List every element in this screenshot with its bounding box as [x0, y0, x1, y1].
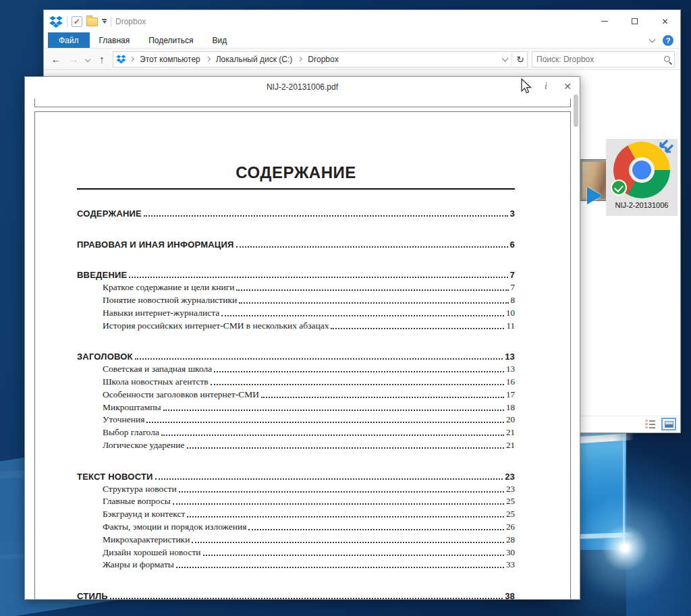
toc-entry-label: Факты, эмоции и порядок изложения — [103, 522, 246, 532]
breadcrumb-local-disk[interactable]: Локальный диск (C:) — [214, 55, 295, 64]
maximize-button[interactable] — [619, 10, 650, 32]
minimize-button[interactable] — [589, 10, 619, 32]
separator — [111, 16, 111, 27]
address-dropdown-icon[interactable] — [502, 55, 509, 61]
address-bar[interactable]: Этот компьютер Локальный диск (C:) Dropb… — [113, 51, 528, 67]
toc-entry-row: Логическое ударение21 — [77, 438, 515, 451]
toc-entry-page: 33 — [506, 559, 515, 570]
preview-titlebar: NIJ-2-20131006.pdf i ✕ — [25, 77, 580, 99]
toc-dot-leader — [176, 567, 504, 568]
toc-entry-page: 13 — [506, 364, 515, 374]
details-view-button[interactable] — [642, 418, 657, 430]
document-title: СОДЕРЖАНИЕ — [77, 163, 515, 182]
toc-entry-label: Дизайн хорошей новости — [103, 547, 201, 558]
toc-entry-page: 7 — [511, 282, 516, 293]
toc-entry-label: Особенности заголовков интернет-СМИ — [103, 389, 259, 400]
toc-entry-row: Выбор глагола21 — [77, 425, 515, 438]
expand-ribbon-icon[interactable] — [649, 36, 656, 43]
toc-entry-page: 25 — [506, 509, 515, 520]
toc-entry-row: Дизайн хорошей новости30 — [77, 545, 515, 558]
toc-dot-leader — [163, 410, 504, 411]
recent-locations-icon[interactable] — [85, 56, 90, 61]
toc-entry-label: Структура новости — [103, 484, 177, 495]
toc-dot-leader — [110, 598, 503, 599]
large-icons-view-button[interactable] — [661, 418, 676, 430]
dropbox-synced-badge-icon — [611, 179, 627, 196]
toc-entry-row: Бэкграунд и контекст25 — [77, 507, 515, 520]
close-icon[interactable]: ✕ — [563, 81, 572, 92]
toc-entry-page: 30 — [506, 547, 515, 558]
preview-title: NIJ-2-20131006.pdf — [25, 82, 580, 92]
new-folder-button[interactable] — [86, 18, 98, 26]
close-button[interactable]: ✕ — [650, 10, 680, 32]
toc-entry-label: Логическое ударение — [103, 440, 185, 451]
toc-entry-row: Понятие новостной журналистики8 — [77, 293, 515, 306]
toc-dot-leader — [236, 289, 508, 291]
info-icon[interactable]: i — [541, 81, 551, 92]
toc-entry-page: 10 — [506, 308, 515, 318]
toc-entry-label: Краткое содержание и цели книги — [103, 282, 234, 293]
preview-scrollbar-thumb[interactable] — [574, 94, 578, 127]
dropbox-icon — [116, 55, 126, 63]
file-tile-pdf-selected[interactable]: NIJ-2-20131006 — [606, 139, 678, 216]
breadcrumb-this-pc[interactable]: Этот компьютер — [138, 55, 202, 64]
separator — [67, 16, 67, 27]
breadcrumb-dropbox[interactable]: Dropbox — [306, 55, 340, 64]
toc-entry-page: 21 — [506, 440, 515, 451]
toc-heading-page: 6 — [510, 240, 515, 250]
tab-file[interactable]: Файл — [48, 32, 90, 48]
screen: ✓ Dropbox ✕ Файл Главная Поделиться Вид — [0, 0, 691, 616]
toc-dot-leader — [239, 302, 508, 304]
toc-entry-label: Микроштампы — [103, 402, 161, 413]
search-box[interactable] — [532, 51, 675, 67]
tab-view[interactable]: Вид — [202, 32, 236, 48]
toc-entry-row: Главные вопросы25 — [77, 495, 515, 507]
tab-home[interactable]: Главная — [90, 32, 140, 48]
toc-entry-label: Главные вопросы — [103, 496, 171, 507]
toc-heading-row: ТЕКСТ НОВОСТИ 23 — [77, 469, 515, 482]
forward-button[interactable]: → — [67, 53, 80, 65]
toc-entry-page: 26 — [506, 522, 515, 532]
ribbon-tabs: Файл Главная Поделиться Вид ? — [44, 32, 680, 49]
toc-section: СОДЕРЖАНИЕ 3 — [77, 206, 515, 219]
toc-dot-leader — [331, 328, 504, 329]
toc-entry-row: Школа новостных агентств16 — [77, 374, 515, 387]
toc-sub-entries: Структура новости23Главные вопросы25Бэкг… — [77, 482, 515, 571]
window-controls: ✕ — [589, 10, 680, 32]
toc-heading-page: 13 — [505, 352, 515, 362]
toc-entry-row: Уточнения20 — [77, 413, 515, 426]
toc-entry-page: 25 — [506, 496, 515, 507]
toc-entry-label: Понятие новостной журналистики — [103, 295, 237, 306]
toc-heading-label: СОДЕРЖАНИЕ — [77, 208, 142, 219]
toc-entry-label: Выбор глагола — [103, 427, 159, 438]
back-button[interactable]: ← — [49, 53, 63, 65]
toc-dot-leader — [146, 422, 504, 423]
tab-share[interactable]: Поделиться — [139, 32, 202, 48]
toc-dot-leader — [129, 277, 507, 278]
toc-heading-row: СОДЕРЖАНИЕ 3 — [77, 206, 515, 219]
explorer-titlebar: ✓ Dropbox ✕ — [44, 10, 680, 32]
toc-dot-leader — [236, 246, 508, 248]
ribbon-right-controls: ? — [650, 32, 673, 49]
help-icon[interactable]: ? — [663, 35, 673, 46]
toc-entry-label: Школа новостных агентств — [103, 376, 209, 387]
pdf-page-previous-partial — [34, 99, 571, 107]
customize-toolbar-button[interactable] — [102, 19, 107, 24]
pdf-preview-window: NIJ-2-20131006.pdf i ✕ СОДЕРЖАНИЕ СОДЕРЖ… — [24, 76, 580, 600]
toc-dot-leader — [155, 478, 503, 480]
search-icon[interactable] — [664, 56, 670, 62]
properties-button[interactable]: ✓ — [72, 16, 82, 27]
toc-entry-row: Факты, эмоции и порядок изложения26 — [77, 520, 515, 532]
refresh-icon[interactable]: ↻ — [516, 54, 524, 65]
toc-section: ТЕКСТ НОВОСТИ 23 Структура новости23Глав… — [77, 469, 515, 570]
toc-section: ПРАВОВАЯ И ИНАЯ ИНФОРМАЦИЯ 6 — [77, 237, 515, 250]
toc-entry-page: 17 — [506, 389, 515, 400]
breadcrumb-chevron-icon — [206, 57, 211, 61]
search-input[interactable] — [536, 55, 661, 64]
toc-entry-row: Жанры и форматы33 — [77, 558, 515, 571]
toc-entry-page: 23 — [506, 484, 515, 495]
toc-entry-row: Краткое содержание и цели книги7 — [77, 280, 515, 293]
toc-section: ВВЕДЕНИЕ 7 Краткое содержание и цели кни… — [77, 268, 515, 331]
up-button[interactable]: ↑ — [95, 53, 109, 65]
toc-section: СТИЛЬ 38 Вычитка и корректура38Действие … — [77, 588, 515, 600]
